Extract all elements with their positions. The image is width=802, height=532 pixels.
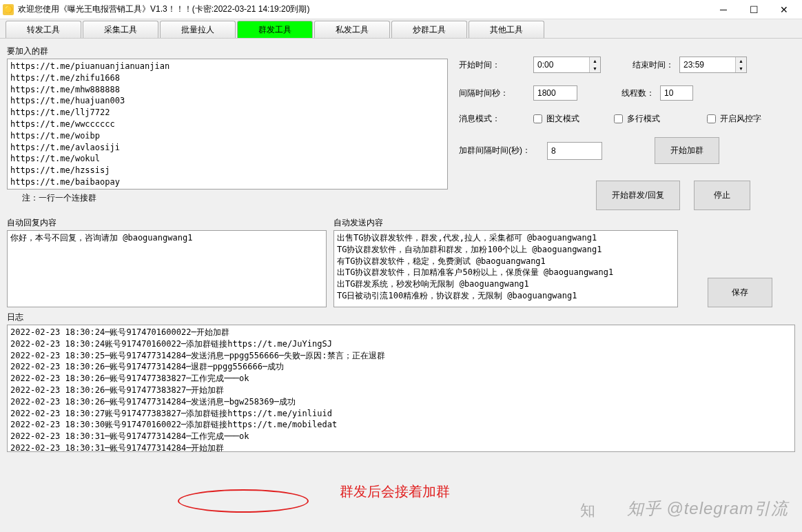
interval-input[interactable] xyxy=(533,85,577,101)
window-title: 欢迎您使用《曝光王电报营销工具》V1.3！！！(卡密:2022-03-21 14… xyxy=(18,3,708,15)
join-interval-input[interactable] xyxy=(547,142,602,160)
app-icon: 🟡 xyxy=(3,4,14,15)
tab-forward[interactable]: 转发工具 xyxy=(6,21,81,38)
stop-button[interactable]: 停止 xyxy=(694,181,750,210)
auto-send-label: 自动发送内容 xyxy=(333,217,678,229)
tab-other[interactable]: 其他工具 xyxy=(469,21,544,38)
titlebar: 🟡 欢迎您使用《曝光王电报营销工具》V1.3！！！(卡密:2022-03-21 … xyxy=(0,0,802,19)
group-links-input[interactable] xyxy=(7,59,448,190)
interval-label: 间隔时间秒： xyxy=(459,88,528,99)
img-text-checkbox[interactable]: 图文模式 xyxy=(533,113,579,125)
join-interval-label: 加群间隔时间(秒)： xyxy=(459,145,542,156)
minimize-button[interactable]: ─ xyxy=(708,0,739,19)
wind-checkbox[interactable]: 开启风控字 xyxy=(707,113,761,125)
auto-reply-label: 自动回复内容 xyxy=(7,217,327,229)
start-time-input[interactable]: ▲▼ xyxy=(533,57,601,73)
spin-down-icon[interactable]: ▼ xyxy=(590,65,600,72)
msg-mode-label: 消息模式： xyxy=(459,113,528,125)
tab-mass-send[interactable]: 群发工具 xyxy=(237,21,313,38)
thread-input[interactable] xyxy=(660,85,693,101)
log-output[interactable] xyxy=(7,325,795,452)
start-time-label: 开始时间： xyxy=(459,59,528,71)
multiline-checkbox[interactable]: 多行模式 xyxy=(614,113,660,125)
log-label: 日志 xyxy=(7,311,795,323)
note-label: 注：一行一个连接群 xyxy=(7,190,448,205)
start-mass-button[interactable]: 开始群发/回复 xyxy=(596,181,679,210)
close-button[interactable]: ✕ xyxy=(769,0,799,19)
end-time-input[interactable]: ▲▼ xyxy=(679,57,747,73)
tab-batch-add[interactable]: 批量拉人 xyxy=(160,21,236,38)
thread-label: 线程数： xyxy=(621,88,655,99)
tab-hype[interactable]: 炒群工具 xyxy=(391,21,467,38)
spin-down-icon[interactable]: ▼ xyxy=(736,65,746,72)
auto-send-input[interactable] xyxy=(333,230,678,307)
start-join-button[interactable]: 开始加群 xyxy=(655,137,719,164)
tab-private-send[interactable]: 私发工具 xyxy=(314,21,390,38)
save-button[interactable]: 保存 xyxy=(708,278,772,307)
maximize-button[interactable]: ☐ xyxy=(739,0,769,19)
spin-up-icon[interactable]: ▲ xyxy=(736,57,746,65)
tab-collect[interactable]: 采集工具 xyxy=(83,21,158,38)
groups-label: 要加入的群 xyxy=(7,45,448,57)
auto-reply-input[interactable] xyxy=(7,230,327,307)
end-time-label: 结束时间： xyxy=(633,59,674,71)
tab-bar: 转发工具 采集工具 批量拉人 群发工具 私发工具 炒群工具 其他工具 xyxy=(0,19,802,39)
spin-up-icon[interactable]: ▲ xyxy=(590,57,600,65)
